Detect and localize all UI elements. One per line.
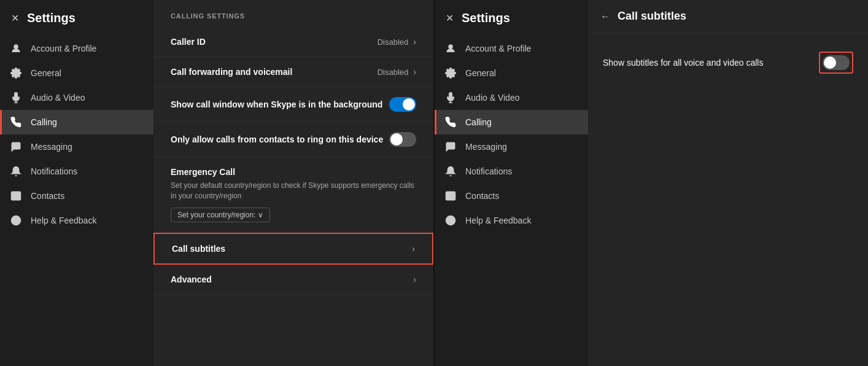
sidebar-1: ✕ Settings Account & Profile <box>0 0 153 366</box>
sidebar-1-nav: Account & Profile General <box>0 31 153 238</box>
sidebar-item-calling-label: Calling <box>31 117 57 127</box>
gear-icon-2 <box>444 67 457 79</box>
back-icon[interactable]: ← <box>600 11 610 22</box>
subtitle-setting-row: Show subtitles for all voice and video c… <box>603 45 853 80</box>
sidebar-item-account-label: Account & Profile <box>31 44 96 53</box>
sidebar2-item-notifications[interactable]: Notifications <box>435 159 588 184</box>
sidebar-item-calling[interactable]: Calling <box>0 110 153 134</box>
caller-id-status: Disabled <box>378 37 409 47</box>
info-icon-2 <box>444 214 457 227</box>
sidebar2-item-messaging-label: Messaging <box>465 142 507 152</box>
close-icon-1[interactable]: ✕ <box>10 14 20 23</box>
contacts-only-toggle-thumb <box>390 133 403 146</box>
bell-icon-2 <box>444 165 457 177</box>
panel-header-title: Call subtitles <box>618 10 686 23</box>
sidebar-2-title: Settings <box>462 11 510 25</box>
sidebar-item-contacts-label: Contacts <box>31 191 64 201</box>
sidebar-item-account[interactable]: Account & Profile <box>0 36 153 61</box>
sidebar-item-notifications-label: Notifications <box>31 166 77 176</box>
subtitle-toggle-box <box>819 52 853 74</box>
gear-icon <box>10 67 22 79</box>
sidebar-item-help-label: Help & Feedback <box>31 216 96 225</box>
sidebar-2-nav: Account & Profile General <box>435 31 588 238</box>
sidebar-2: ✕ Settings Account & Profile <box>435 0 588 366</box>
emergency-desc: Set your default country/region to check… <box>171 181 416 201</box>
sidebar-item-audio-video-label: Audio & Video <box>31 93 85 103</box>
sidebar-item-messaging-label: Messaging <box>31 142 72 152</box>
svg-point-9 <box>449 45 452 49</box>
phone-icon <box>10 116 22 128</box>
subtitle-toggle-thumb <box>824 56 836 69</box>
info-icon <box>10 214 22 227</box>
sidebar-item-help[interactable]: Help & Feedback <box>0 208 153 233</box>
country-region-chevron: ∨ <box>258 211 263 219</box>
contacts-icon <box>10 190 22 202</box>
sidebar-item-contacts[interactable]: Contacts <box>0 184 153 208</box>
sidebar2-item-general[interactable]: General <box>435 61 588 85</box>
person-icon <box>10 42 22 55</box>
svg-point-5 <box>15 193 18 197</box>
microphone-icon <box>10 91 22 104</box>
phone-icon-2 <box>444 116 457 128</box>
right-content: Show subtitles for all voice and video c… <box>588 33 868 366</box>
svg-point-0 <box>14 45 18 49</box>
country-region-label: Set your country/region: <box>177 211 255 219</box>
sidebar2-item-audio-video-label: Audio & Video <box>465 93 519 103</box>
svg-point-14 <box>449 193 452 197</box>
sidebar-item-messaging[interactable]: Messaging <box>0 134 153 159</box>
sidebar2-item-help-label: Help & Feedback <box>465 216 531 225</box>
sidebar2-item-contacts[interactable]: Contacts <box>435 184 588 208</box>
sidebar-1-header: ✕ Settings <box>0 0 153 31</box>
chat-icon-2 <box>444 141 457 153</box>
sidebar2-item-account-label: Account & Profile <box>465 44 531 53</box>
sidebar2-item-notifications-label: Notifications <box>465 166 512 176</box>
sidebar2-item-calling-label: Calling <box>465 117 492 127</box>
caller-id-chevron: › <box>413 37 416 47</box>
sidebar2-item-calling[interactable]: Calling <box>435 110 588 134</box>
panel-2: ✕ Settings Account & Profile <box>435 0 868 366</box>
sidebar2-item-account[interactable]: Account & Profile <box>435 36 588 61</box>
advanced-title: Advanced <box>171 274 212 284</box>
sidebar-item-general[interactable]: General <box>0 61 153 85</box>
section-header-calling: CALLING SETTINGS <box>153 0 433 27</box>
setting-row-call-window[interactable]: Show call window when Skype is in the ba… <box>153 87 433 122</box>
contacts-only-title: Only allow calls from contacts to ring o… <box>171 134 383 144</box>
call-window-toggle[interactable] <box>389 97 416 112</box>
content-1: CALLING SETTINGS Caller ID Disabled › Ca… <box>153 0 433 366</box>
call-forwarding-status: Disabled <box>378 68 409 77</box>
sidebar2-item-contacts-label: Contacts <box>465 191 499 201</box>
person-icon-2 <box>444 42 457 55</box>
bell-icon <box>10 165 22 177</box>
sidebar2-item-general-label: General <box>465 68 496 78</box>
emergency-section: Emergency Call Set your default country/… <box>153 157 433 233</box>
sidebar2-item-audio-video[interactable]: Audio & Video <box>435 85 588 110</box>
call-window-toggle-thumb <box>403 98 415 111</box>
advanced-chevron: › <box>413 274 416 284</box>
close-icon-2[interactable]: ✕ <box>444 14 454 23</box>
sidebar2-item-messaging[interactable]: Messaging <box>435 134 588 159</box>
setting-row-advanced[interactable]: Advanced › <box>153 265 433 295</box>
setting-row-call-forwarding[interactable]: Call forwarding and voicemail Disabled › <box>153 57 433 87</box>
sidebar-item-general-label: General <box>31 68 61 78</box>
setting-row-contacts-only[interactable]: Only allow calls from contacts to ring o… <box>153 122 433 157</box>
sidebar-item-audio-video[interactable]: Audio & Video <box>0 85 153 110</box>
subtitle-label: Show subtitles for all voice and video c… <box>603 58 763 68</box>
sidebar-2-header: ✕ Settings <box>435 0 588 31</box>
call-forwarding-chevron: › <box>413 67 416 77</box>
panel-1: ✕ Settings Account & Profile <box>0 0 433 366</box>
right-panel-header: ← Call subtitles <box>588 0 868 33</box>
sidebar2-item-help[interactable]: Help & Feedback <box>435 208 588 233</box>
chat-icon <box>10 141 22 153</box>
call-forwarding-title: Call forwarding and voicemail <box>171 67 292 77</box>
setting-row-call-subtitles[interactable]: Call subtitles › <box>153 233 433 265</box>
call-subtitles-title: Call subtitles <box>172 244 225 254</box>
country-region-link[interactable]: Set your country/region: ∨ <box>171 208 270 222</box>
contacts-icon-2 <box>444 190 457 202</box>
sidebar-item-notifications[interactable]: Notifications <box>0 159 153 184</box>
caller-id-title: Caller ID <box>171 37 206 47</box>
sidebar-1-title: Settings <box>27 11 76 25</box>
contacts-only-toggle[interactable] <box>389 132 416 147</box>
subtitle-toggle[interactable] <box>823 55 850 70</box>
setting-row-caller-id[interactable]: Caller ID Disabled › <box>153 27 433 57</box>
call-window-title: Show call window when Skype is in the ba… <box>171 99 382 109</box>
